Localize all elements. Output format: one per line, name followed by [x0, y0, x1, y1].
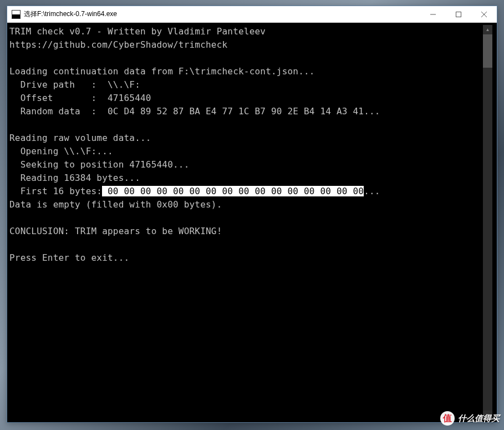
window-title: 选择F:\trimcheck-0.7-win64.exe: [24, 9, 420, 19]
output-line: CONCLUSION: TRIM appears to be WORKING!: [9, 226, 222, 236]
output-line: Reading 16384 bytes...: [9, 173, 140, 183]
console-window: 选择F:\trimcheck-0.7-win64.exe TRIM check …: [7, 6, 497, 423]
scroll-up-button[interactable]: ▲: [483, 25, 492, 34]
watermark-text: 什么值得买: [458, 413, 500, 424]
svg-rect-1: [456, 12, 461, 17]
output-line: Drive path : \\.\F:: [9, 79, 140, 90]
watermark: 值 什么值得买: [440, 411, 500, 426]
window-controls: [420, 6, 497, 22]
watermark-logo: 值: [440, 411, 455, 426]
maximize-button[interactable]: [446, 6, 471, 22]
output-line: Reading raw volume data...: [9, 133, 151, 143]
minimize-button[interactable]: [420, 6, 446, 22]
titlebar[interactable]: 选择F:\trimcheck-0.7-win64.exe: [7, 6, 497, 23]
scroll-thumb[interactable]: [483, 34, 492, 68]
console-output[interactable]: TRIM check v0.7 - Written by Vladimir Pa…: [9, 25, 483, 420]
close-icon: [481, 12, 487, 17]
output-line: Random data : 0C D4 89 52 87 BA E4 77 1C…: [9, 106, 380, 117]
output-line: Opening \\.\F:...: [9, 146, 113, 156]
output-line: Loading continuation data from F:\trimch…: [9, 66, 315, 77]
selected-text: 00 00 00 00 00 00 00 00 00 00 00 00 00 0…: [102, 186, 364, 196]
vertical-scrollbar[interactable]: ▲ ▼: [483, 25, 492, 420]
output-line: TRIM check v0.7 - Written by Vladimir Pa…: [9, 26, 266, 37]
app-icon: [12, 10, 21, 19]
console-area[interactable]: TRIM check v0.7 - Written by Vladimir Pa…: [7, 23, 497, 422]
output-line: Offset : 47165440: [9, 93, 151, 103]
output-line: ...: [364, 186, 380, 196]
close-button[interactable]: [471, 6, 497, 22]
minimize-icon: [430, 12, 436, 17]
output-line: https://github.com/CyberShadow/trimcheck: [9, 39, 227, 50]
maximize-icon: [456, 12, 461, 17]
output-line: Seeking to position 47165440...: [9, 159, 189, 170]
output-line: Press Enter to exit...: [9, 252, 129, 263]
output-line: Data is empty (filled with 0x00 bytes).: [9, 199, 222, 210]
output-line: First 16 bytes:: [9, 186, 102, 196]
